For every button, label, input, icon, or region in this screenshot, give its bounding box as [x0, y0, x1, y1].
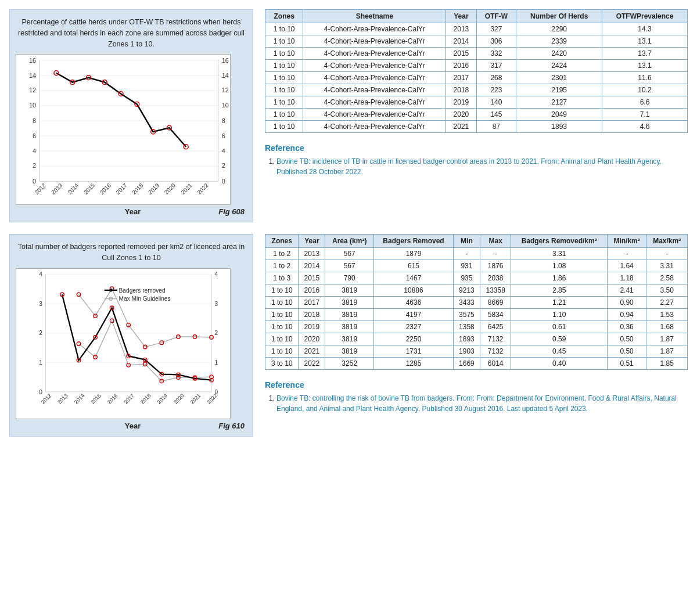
table-cell: 0.50	[607, 333, 646, 345]
table-cell: 1 to 10	[265, 345, 299, 358]
chart-panel-2: Total number of badgers reported removed…	[9, 234, 253, 437]
table-cell: 2020	[446, 109, 476, 121]
table-cell: 3.31	[646, 260, 688, 272]
table-row: 1 to 10201938192327135864250.610.361.68	[265, 321, 688, 333]
table-cell: 87	[476, 121, 516, 133]
svg-text:10: 10	[222, 102, 229, 109]
table-cell: 4-Cohort-Area-Prevalence-CalYr	[303, 121, 446, 133]
svg-text:2017: 2017	[114, 182, 128, 196]
table-cell: 2017	[299, 297, 325, 309]
table-cell: 5834	[480, 309, 511, 321]
chart-1-fig: Fig 608	[218, 207, 245, 216]
svg-text:14: 14	[29, 72, 36, 79]
svg-text:2: 2	[215, 330, 218, 336]
reference-link-2[interactable]: Bovine TB: controlling the risk of bovin…	[276, 394, 677, 413]
table-row: 1 to 104-Cohort-Area-Prevalence-CalYr202…	[265, 121, 688, 133]
table-cell: 0.59	[511, 333, 607, 345]
table-cell: 7.1	[602, 109, 688, 121]
svg-text:2022: 2022	[196, 182, 210, 196]
chart1-line	[56, 73, 186, 147]
table-cell: 4197	[374, 309, 454, 321]
table-row: 1 to 104-Cohort-Area-Prevalence-CalYr201…	[265, 60, 688, 72]
chart-2-area: 4 4 3 3 2 2 1 1	[16, 268, 231, 419]
table-cell: 4-Cohort-Area-Prevalence-CalYr	[303, 23, 446, 35]
table-row: 3 to 10202232521285166960140.400.511.85	[265, 358, 688, 370]
th-zones: Zones	[265, 10, 303, 23]
table-cell: 3819	[325, 333, 374, 345]
svg-text:12: 12	[29, 87, 36, 94]
table-cell: 1.87	[646, 333, 688, 345]
table-cell: 1.86	[511, 272, 607, 284]
table-2: Zones Year Area (km²) Badgers Removed Mi…	[265, 234, 688, 370]
table-cell: 1.10	[511, 309, 607, 321]
svg-text:8: 8	[222, 117, 225, 124]
svg-text:2013: 2013	[50, 182, 64, 196]
table-cell: 1.64	[607, 260, 646, 272]
table-cell: 140	[476, 96, 516, 109]
table-cell: 3819	[325, 345, 374, 358]
table-cell: 2014	[299, 260, 325, 272]
svg-text:14: 14	[222, 72, 229, 79]
table-cell: 2021	[299, 345, 325, 358]
table-cell: 2014	[446, 35, 476, 48]
th2-max: Max	[480, 235, 511, 248]
table-row: 1 to 104-Cohort-Area-Prevalence-CalYr201…	[265, 96, 688, 109]
table-cell: 8669	[480, 297, 511, 309]
th2-min: Min	[453, 235, 480, 248]
table-cell: 1358	[453, 321, 480, 333]
svg-text:2018: 2018	[139, 392, 152, 405]
svg-text:2013: 2013	[56, 392, 69, 405]
table-cell: 1 to 10	[265, 309, 299, 321]
table-cell: 1 to 10	[265, 321, 299, 333]
table-row: 1 to 104-Cohort-Area-Prevalence-CalYr201…	[265, 84, 688, 96]
table-cell: -	[480, 248, 511, 260]
svg-text:2020: 2020	[173, 392, 185, 405]
table-cell: 1 to 10	[265, 96, 303, 109]
x-axis: 2012 2013 2014 2015 2016 2017 2018 2019 …	[33, 182, 210, 196]
table-cell: 1 to 10	[265, 72, 303, 84]
table-cell: 2021	[446, 121, 476, 133]
table-cell: 931	[453, 260, 480, 272]
table-row: 1 to 104-Cohort-Area-Prevalence-CalYr201…	[265, 35, 688, 48]
chart-2-svg: 4 4 3 3 2 2 1 1	[16, 269, 230, 419]
table-cell: 1467	[374, 272, 454, 284]
reference-link-1[interactable]: Bovine TB: incidence of TB in cattle in …	[276, 157, 662, 176]
table-cell: 6014	[480, 358, 511, 370]
svg-text:10: 10	[29, 102, 36, 109]
x-axis-2: 2012 2013 2014 2015 2016 2017 2018 2019 …	[40, 392, 218, 405]
svg-text:Badgers removed: Badgers removed	[119, 287, 166, 293]
reference-section-2: Reference Bovine TB: controlling the ris…	[265, 380, 688, 414]
table-cell: 3819	[325, 297, 374, 309]
svg-text:4: 4	[222, 147, 225, 154]
table-cell: 0.45	[511, 345, 607, 358]
table-row: 1 to 10202138191731190371320.450.501.87	[265, 345, 688, 358]
table-cell: 2424	[516, 60, 602, 72]
table-cell: 2019	[299, 321, 325, 333]
svg-text:2019: 2019	[156, 392, 169, 405]
table-cell: 2290	[516, 23, 602, 35]
table-cell: 567	[325, 260, 374, 272]
svg-text:2: 2	[222, 163, 225, 170]
table-cell: 567	[325, 248, 374, 260]
table-cell: 2022	[299, 358, 325, 370]
table-cell: 2127	[516, 96, 602, 109]
chart-2-footer: Year Fig 610	[16, 422, 247, 430]
table-cell: 3819	[325, 321, 374, 333]
section-2-row: Total number of badgers reported removed…	[9, 234, 688, 437]
table-cell: 6425	[480, 321, 511, 333]
table-cell: 2018	[446, 84, 476, 96]
table-cell: 2420	[516, 48, 602, 60]
table-cell: 4-Cohort-Area-Prevalence-CalYr	[303, 84, 446, 96]
table-cell: 1 to 10	[265, 48, 303, 60]
th2-removed: Badgers Removed	[374, 235, 454, 248]
table-cell: 1 to 2	[265, 260, 299, 272]
table-cell: 7132	[480, 333, 511, 345]
th-year: Year	[446, 10, 476, 23]
table-cell: 4-Cohort-Area-Prevalence-CalYr	[303, 109, 446, 121]
table-cell: 2.58	[646, 272, 688, 284]
table-row: 1 to 104-Cohort-Area-Prevalence-CalYr202…	[265, 109, 688, 121]
svg-text:2021: 2021	[189, 392, 202, 405]
svg-text:2014: 2014	[73, 392, 86, 405]
chart2-removed-dots	[60, 293, 214, 382]
table-cell: 1893	[453, 333, 480, 345]
